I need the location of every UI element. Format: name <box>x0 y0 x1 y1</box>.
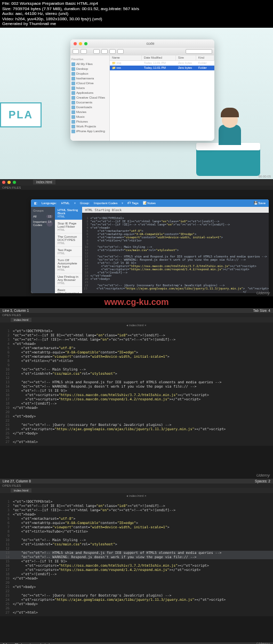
col-size[interactable]: Size <box>176 55 196 60</box>
code-line[interactable]: 14 "ec"><"et">!-- WARNING: Respond.js do… <box>0 555 273 559</box>
tags-button[interactable]: 🏷 Tags <box>127 202 138 205</box>
minimize-icon[interactable] <box>7 181 11 184</box>
snippet-item[interactable]: Use Firebug in Any BrowserHTML <box>55 273 82 287</box>
save-button[interactable]: 💾 Save <box>254 201 266 205</box>
code-line[interactable]: 12 <box>0 376 273 380</box>
view-icon-button[interactable] <box>93 49 100 54</box>
code-editor[interactable]: 1<"et">!DOCTYPE html>2"ec"><"et">!--[if … <box>0 498 273 616</box>
snippets-window[interactable]: ◧ Language: HTML ▾ Group: Important Code… <box>31 199 269 293</box>
code-line[interactable]: 5 <"et">meta charset="utf-8"> <box>0 346 273 350</box>
sidebar-item[interactable]: Documents <box>71 100 108 105</box>
finder-titlebar[interactable]: code <box>70 39 214 48</box>
code-line[interactable]: 24 <"et">script src="https://ajax.google… <box>0 598 273 602</box>
code-line[interactable]: 11 <"et">link href="css/main.css" rel="s… <box>0 372 273 376</box>
sidebar-item[interactable]: Dropbox <box>71 71 108 76</box>
sidebar-item[interactable]: Pictures <box>71 119 108 124</box>
code-line[interactable]: 19</"et">head> <box>0 406 273 410</box>
code-line[interactable]: 26 <box>0 606 273 610</box>
code-line[interactable]: 6 <"et">meta http-equiv="X-UA-Compatible… <box>0 521 273 525</box>
code-line[interactable]: 10 "ec"><"et">!-- Main Styling --> <box>0 367 273 372</box>
snippet-item[interactable]: Turn Off Autocomplete for InputHTML <box>55 257 82 273</box>
group-select[interactable]: Important Codes <box>94 202 117 205</box>
code-line[interactable]: 22 <box>0 589 273 593</box>
sidebar-item[interactable]: Creative Cloud Files <box>71 95 108 100</box>
code-line[interactable]: 19</"et">head> <box>0 576 273 581</box>
code-line[interactable]: 1<"et">!DOCTYPE html> <box>0 329 273 333</box>
code-line[interactable]: 18 <"et">![endif]--> <box>0 401 273 406</box>
sidebar-item[interactable]: Downloads <box>71 105 108 110</box>
code-preview[interactable]: HTML Starting Block 1<"et">!DOCTYPE html… <box>82 207 269 293</box>
code-line[interactable]: 8 <"et">title></"et">title> <box>0 359 273 363</box>
code-line[interactable]: 9 <box>0 363 273 367</box>
code-line[interactable]: 20 <box>0 581 273 585</box>
code-line[interactable]: 25</"et">body> <box>0 602 273 606</box>
sidebar-item[interactable]: All My Files <box>71 62 108 67</box>
code-line[interactable]: 4<"et">head> <box>0 342 273 346</box>
code-line[interactable]: 10 "ec"><"et">!-- Main Styling --> <box>0 538 273 542</box>
code-line[interactable]: 16 <"et">script src="https://oss.maxcdn.… <box>0 393 273 397</box>
code-line[interactable]: 6 <"et">meta http-equiv="X-UA-Compatible… <box>0 350 273 355</box>
snippet-item[interactable]: The Common DOCTYPESHTML <box>55 234 82 247</box>
code-line[interactable]: 25</"et">body> <box>0 431 273 436</box>
code-line[interactable]: 23 "ec"><"et">!-- jQuery (necessary for … <box>0 423 273 427</box>
snippet-item[interactable]: Basic Microformatted hCardHTML <box>55 287 82 293</box>
sidebar-item[interactable]: iCloud Drive <box>71 81 108 86</box>
code-line[interactable]: 7 <"et">meta name="viewport" content="wi… <box>0 355 273 359</box>
code-line[interactable]: 4<"et">head> <box>0 512 273 517</box>
code-line[interactable]: 24 <"et">script src="https://ajax.google… <box>0 427 273 431</box>
code-line[interactable]: 26 <box>0 436 273 440</box>
zoom-icon[interactable] <box>13 181 16 184</box>
code-line[interactable]: 12 <box>0 546 273 551</box>
code-line[interactable]: 14 "ec"><"et">!-- WARNING: Respond.js do… <box>0 384 273 389</box>
code-line[interactable]: 2"ec"><"et">!--[if IE 8]><"et">html lang… <box>0 504 273 508</box>
sidebar-item[interactable]: Work Projects <box>71 124 108 129</box>
sidebar-item[interactable]: Music <box>71 115 108 119</box>
snippet-item[interactable]: Test PageHTML <box>55 247 82 257</box>
sidebar-item[interactable]: Applications <box>71 91 108 95</box>
code-line[interactable]: 2"ec"><"et">!--[if IE 8]><"et">html lang… <box>0 333 273 337</box>
sidebar-item[interactable]: Movies <box>71 110 108 115</box>
path-bar[interactable]: ◂ index.html × <box>0 493 273 498</box>
path-bar[interactable]: ◂ index.html × <box>0 323 273 327</box>
minimize-icon[interactable] <box>79 42 82 45</box>
code-line[interactable]: 15 <"et">!--[if lt IE 9]> <box>0 389 273 393</box>
view-cover-button[interactable] <box>117 49 124 54</box>
file-row[interactable]: 📁 imgToday, 11:01 PMZero bytesFolder <box>110 61 214 66</box>
code-line[interactable]: 16 <"et">script src="https://oss.maxcdn.… <box>0 564 273 568</box>
code-line[interactable]: 18 <"et">![endif]--> <box>0 572 273 576</box>
finder-window[interactable]: code Favorites All My FilesDesktopDropbo… <box>70 39 214 141</box>
search-input[interactable] <box>186 49 212 54</box>
snippet-item[interactable]: HTML Starting BlockHTML <box>55 207 82 220</box>
code-line[interactable]: 3"ec"><"et">!--[if !IE]>--><"et">html la… <box>0 508 273 512</box>
code-line[interactable]: 13 "ec"><"et">!-- HTML5 shim and Respond… <box>0 380 273 384</box>
code-line[interactable]: 7 <"et">meta name="viewport" content="wi… <box>0 525 273 529</box>
code-line[interactable]: 1<"et">!DOCTYPE html> <box>0 500 273 504</box>
notes-button[interactable]: 📝 Notes <box>143 201 156 205</box>
sidebar-item[interactable]: iPhone App Landing <box>71 129 108 134</box>
col-kind[interactable]: Kind <box>196 55 214 60</box>
code-line[interactable]: 11 <"et">link href="css/main.css" rel="s… <box>0 542 273 546</box>
code-line[interactable]: 8 <"et">title>YouTube</"et">title> <box>0 529 273 534</box>
code-line[interactable]: 13 "ec"><"et">!-- HTML5 shim and Respond… <box>0 551 273 555</box>
language-select[interactable]: HTML <box>61 202 69 205</box>
sidebar-item[interactable]: hashamsera <box>71 76 108 81</box>
view-column-button[interactable] <box>109 49 116 54</box>
code-line[interactable]: 9 <box>0 534 273 538</box>
code-line[interactable]: 27</"et">html> <box>0 440 273 444</box>
view-list-button[interactable] <box>101 49 108 54</box>
code-line[interactable]: 21<"et">body> <box>0 585 273 589</box>
group-important[interactable]: Important Codes14 <box>33 219 53 228</box>
tab-index[interactable]: index.html <box>33 180 55 184</box>
file-row[interactable]: 📁 cssToday, 11:01 PMZero bytesFolder <box>110 66 214 70</box>
code-line[interactable]: 5 <"et">meta charset="utf-8"> <box>0 517 273 521</box>
code-line[interactable]: 27</"et">html> <box>0 610 273 615</box>
code-line[interactable]: 22 <box>0 418 273 423</box>
code-editor[interactable]: 1<"et">!DOCTYPE html>2"ec"><"et">!--[if … <box>0 327 273 446</box>
col-date[interactable]: Date Modified <box>142 55 176 60</box>
back-button[interactable] <box>73 49 79 54</box>
tab-index[interactable]: index.html <box>11 318 31 322</box>
forward-button[interactable] <box>81 49 87 54</box>
tab-index[interactable]: index.html <box>11 488 31 493</box>
code-line[interactable]: 17 <"et">script src="https://oss.maxcdn.… <box>0 397 273 401</box>
sidebar-item[interactable]: Desktop <box>71 67 108 71</box>
